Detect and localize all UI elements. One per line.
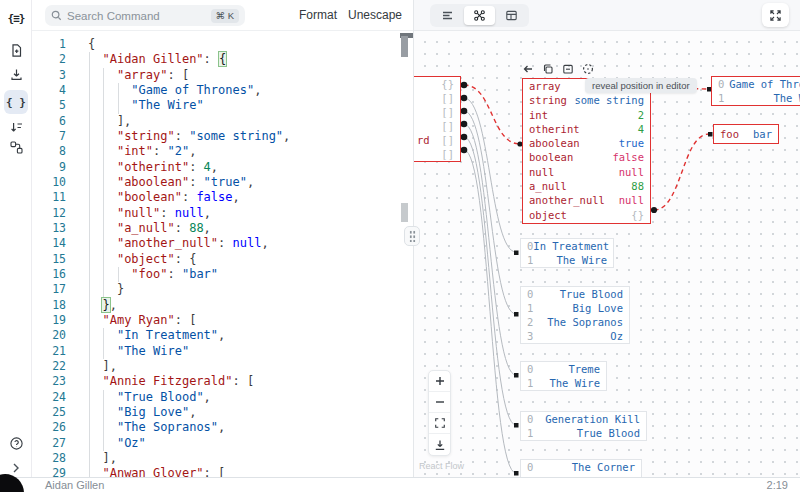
editor-line[interactable]: 11 "boolean": false, [32,190,413,205]
app-logo-icon[interactable]: {≡} [4,6,28,30]
editor-line[interactable]: 25 "Big Love", [32,405,413,420]
editor-line[interactable]: 15 "object": { [32,252,413,267]
node-row[interactable]: otherint4 [523,122,650,136]
node-row[interactable]: nullnull [523,165,650,179]
node-row[interactable]: foobar [714,127,778,141]
editor-line[interactable]: 9 "otherint": 4, [32,160,413,175]
focus-node-icon[interactable] [582,62,594,76]
editor-line[interactable]: 28 ], [32,451,413,466]
editor-line[interactable]: 18 }, [32,298,413,313]
node-row[interactable]: [] [414,147,460,161]
node-row[interactable]: 3Oz [521,329,629,343]
node-row[interactable]: 2The Sopranos [521,315,629,329]
editor-line[interactable]: 24 "True Blood", [32,390,413,405]
editor-line[interactable]: 26 "The Sopranos", [32,420,413,435]
format-button[interactable]: Format [299,0,337,31]
transform-icon[interactable] [4,135,28,159]
node-row[interactable]: 0Game of Thrones [712,77,800,91]
editor-scrollbar-thumb-secondary[interactable] [401,203,408,222]
editor-line[interactable]: 13 "a_null": 88, [32,221,413,236]
node-row[interactable]: 1Big Love [521,301,629,315]
graph-node-aidan-array[interactable]: 0Game of Thrones1The Wire [711,76,800,106]
node-row[interactable]: rd[] [414,133,460,147]
row-value: [] [441,147,454,161]
node-row[interactable]: 0Treme [521,362,606,376]
indent-guide [103,83,104,98]
editor-line[interactable]: 5 "The Wire" [32,98,413,113]
graph-node-aidan-gillen[interactable]: arraystringsome stringint2otherint4abool… [522,78,651,224]
editor-line[interactable]: 8 "int": "2", [32,144,413,159]
graph-canvas[interactable]: {}[][][]rd[][] arraystringsome stringint… [414,31,800,477]
editor-line[interactable]: 3 "array": [ [32,68,413,83]
editor-line[interactable]: 27 "Oz" [32,436,413,451]
node-row[interactable]: another_nullnull [523,193,650,207]
editor-line[interactable]: 6 ], [32,114,413,129]
node-row[interactable]: 1The Wire [521,376,606,390]
graph-node-annie-fitzgerald[interactable]: 0True Blood1Big Love2The Sopranos3Oz [520,286,630,344]
help-icon[interactable] [4,431,28,455]
react-flow-attribution[interactable]: React Flow [419,461,464,471]
fullscreen-button[interactable] [762,3,789,27]
search-input[interactable]: Search Command ⌘ K [45,5,245,26]
table-view-button[interactable] [496,6,527,25]
fit-view-button[interactable] [429,413,450,434]
json-code-editor[interactable]: 1{2 "Aidan Gillen": {3 "array": [4 "Game… [32,31,413,477]
download-icon[interactable] [4,62,28,86]
editor-line[interactable]: 17 } [32,282,413,297]
back-icon[interactable] [522,62,534,76]
editor-line[interactable]: 20 "In Treatment", [32,328,413,343]
editor-line[interactable]: 12 "null": null, [32,206,413,221]
node-row[interactable]: 0Generation Kill [521,412,646,426]
jsoncrack-app: {≡} { } Search Command ⌘ K Format Unesca… [0,0,800,492]
graph-node-foo-object[interactable]: foobar [713,124,779,144]
node-row[interactable]: {} [414,77,460,91]
panel-drag-handle[interactable] [404,226,420,246]
graph-node-amy-ryan[interactable]: 0In Treatment1The Wire [520,238,614,268]
node-row[interactable]: 0In Treatment [521,239,613,253]
editor-line[interactable]: 16 "foo": "bar" [32,267,413,282]
editor-line[interactable]: 29 "Anwan Glover": [ [32,466,413,477]
zoom-in-button[interactable] [429,371,450,392]
graph-node-alice-farmer[interactable]: 0The Corner [520,459,642,477]
editor-line[interactable]: 7 "string": "some string", [32,129,413,144]
graph-node-anwan-glover[interactable]: 0Treme1The Wire [520,361,607,391]
node-row[interactable]: 0The Corner [521,460,641,474]
node-row[interactable]: 1The Wire [712,91,800,105]
zoom-out-button[interactable] [429,392,450,413]
node-row[interactable]: 0True Blood [521,287,629,301]
row-value: bar [753,127,772,141]
editor-line[interactable]: 14 "another_null": null, [32,236,413,251]
braces-view-icon[interactable]: { } [4,90,28,114]
node-row[interactable]: [] [414,119,460,133]
node-row[interactable]: abooleantrue [523,136,650,150]
node-row[interactable]: object{} [523,208,650,222]
editor-line[interactable]: 4 "Game of Thrones", [32,83,413,98]
editor-line[interactable]: 23 "Annie Fitzgerald": [ [32,374,413,389]
graph-view-button[interactable] [464,6,495,25]
unescape-button[interactable]: Unescape [348,0,402,31]
editor-scrollbar-thumb[interactable] [401,36,408,57]
node-row[interactable]: [] [414,105,460,119]
editor-line[interactable]: 21 "The Wire" [32,344,413,359]
view-toggle [430,4,529,27]
node-row[interactable]: a_null88 [523,179,650,193]
node-row[interactable]: int2 [523,108,650,122]
editor-line[interactable]: 22 ], [32,359,413,374]
node-row[interactable]: booleanfalse [523,150,650,164]
node-row[interactable]: stringsome string [523,93,650,107]
row-value: some string [574,93,644,107]
download-image-button[interactable] [429,434,450,455]
editor-line[interactable]: 10 "aboolean": "true", [32,175,413,190]
list-view-button[interactable] [432,6,463,25]
collapse-node-icon[interactable] [562,62,574,76]
editor-line[interactable]: 2 "Aidan Gillen": { [32,52,413,67]
node-row[interactable]: [] [414,91,460,105]
new-document-icon[interactable] [4,38,28,62]
copy-icon[interactable] [542,62,554,76]
editor-line[interactable]: 19 "Amy Ryan": [ [32,313,413,328]
node-row[interactable]: 1The Wire [521,253,613,267]
graph-node-alexander-skarsgard[interactable]: 0Generation Kill1True Blood [520,411,647,441]
node-row[interactable]: 1True Blood [521,426,646,440]
editor-line[interactable]: 1{ [32,37,413,52]
graph-node-root[interactable]: {}[][][]rd[][] [414,76,461,162]
